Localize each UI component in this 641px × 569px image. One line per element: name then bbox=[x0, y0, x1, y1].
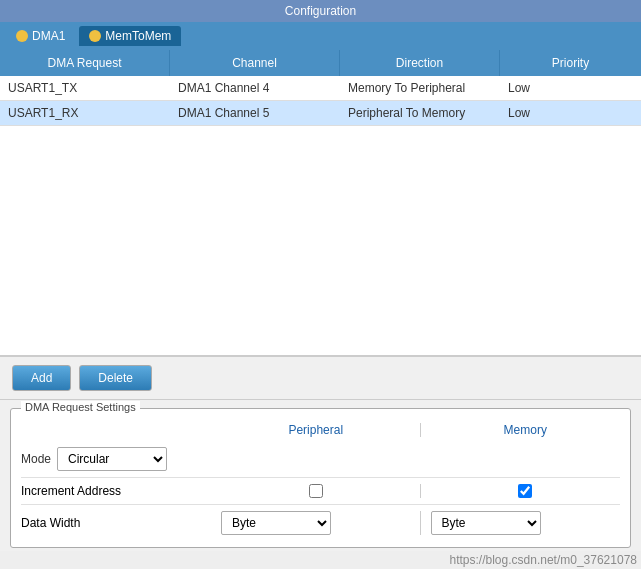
col-headers-row: Peripheral Memory bbox=[21, 423, 620, 437]
add-button[interactable]: Add bbox=[12, 365, 71, 391]
cell-priority-0: Low bbox=[500, 76, 641, 100]
memory-increment-checkbox[interactable] bbox=[518, 484, 532, 498]
table-header: DMA Request Channel Direction Priority bbox=[0, 50, 641, 76]
peripheral-increment-checkbox[interactable] bbox=[309, 484, 323, 498]
peripheral-width-wrapper: Byte Half Word Word bbox=[221, 511, 411, 535]
col-header-channel: Channel bbox=[170, 50, 340, 76]
mode-wrapper: Mode Circular Normal bbox=[21, 447, 221, 471]
cell-direction-1: Peripheral To Memory bbox=[340, 101, 500, 125]
tab-memtomem-icon bbox=[89, 30, 101, 42]
increment-address-row: Increment Address bbox=[21, 478, 620, 505]
memory-col-header: Memory bbox=[431, 423, 621, 437]
table-row[interactable]: USART1_TX DMA1 Channel 4 Memory To Perip… bbox=[0, 76, 641, 101]
peripheral-increment-checkbox-area bbox=[221, 484, 411, 498]
tab-dma1-label: DMA1 bbox=[32, 29, 65, 43]
data-width-row: Data Width Byte Half Word Word Byte Half… bbox=[21, 505, 620, 541]
settings-content: Peripheral Memory Mode Circular Normal I… bbox=[11, 409, 630, 547]
mode-select[interactable]: Circular Normal bbox=[57, 447, 167, 471]
col-header-priority: Priority bbox=[500, 50, 641, 76]
memory-width-select[interactable]: Byte Half Word Word bbox=[431, 511, 541, 535]
cell-dma-request-1: USART1_RX bbox=[0, 101, 170, 125]
tab-dma1[interactable]: DMA1 bbox=[6, 26, 75, 46]
cell-channel-0: DMA1 Channel 4 bbox=[170, 76, 340, 100]
table-row[interactable]: USART1_RX DMA1 Channel 5 Peripheral To M… bbox=[0, 101, 641, 126]
table-body: USART1_TX DMA1 Channel 4 Memory To Perip… bbox=[0, 76, 641, 126]
status-bar: https://blog.csdn.net/m0_37621078 bbox=[0, 551, 641, 569]
delete-button[interactable]: Delete bbox=[79, 365, 152, 391]
increment-address-label: Increment Address bbox=[21, 484, 221, 498]
dma-table: DMA Request Channel Direction Priority U… bbox=[0, 50, 641, 126]
data-width-label: Data Width bbox=[21, 516, 221, 530]
cell-priority-1: Low bbox=[500, 101, 641, 125]
cell-dma-request-0: USART1_TX bbox=[0, 76, 170, 100]
col-header-direction: Direction bbox=[340, 50, 500, 76]
button-row: Add Delete bbox=[0, 356, 641, 400]
settings-legend: DMA Request Settings bbox=[21, 401, 140, 413]
mode-row: Mode Circular Normal bbox=[21, 441, 620, 478]
memory-increment-checkbox-area bbox=[431, 484, 621, 498]
tab-dma1-icon bbox=[16, 30, 28, 42]
tab-memtomem[interactable]: MemToMem bbox=[79, 26, 181, 46]
peripheral-width-select[interactable]: Byte Half Word Word bbox=[221, 511, 331, 535]
memory-width-wrapper: Byte Half Word Word bbox=[431, 511, 621, 535]
tab-bar: DMA1 MemToMem bbox=[0, 22, 641, 50]
mode-label: Mode bbox=[21, 452, 51, 466]
status-text: https://blog.csdn.net/m0_37621078 bbox=[450, 553, 637, 567]
col-header-dma-request: DMA Request bbox=[0, 50, 170, 76]
cell-direction-0: Memory To Peripheral bbox=[340, 76, 500, 100]
empty-area bbox=[0, 126, 641, 356]
title-label: Configuration bbox=[285, 4, 356, 18]
peripheral-col-header: Peripheral bbox=[221, 423, 411, 437]
title-bar: Configuration bbox=[0, 0, 641, 22]
tab-memtomem-label: MemToMem bbox=[105, 29, 171, 43]
cell-channel-1: DMA1 Channel 5 bbox=[170, 101, 340, 125]
dma-request-settings: DMA Request Settings Peripheral Memory M… bbox=[10, 408, 631, 548]
